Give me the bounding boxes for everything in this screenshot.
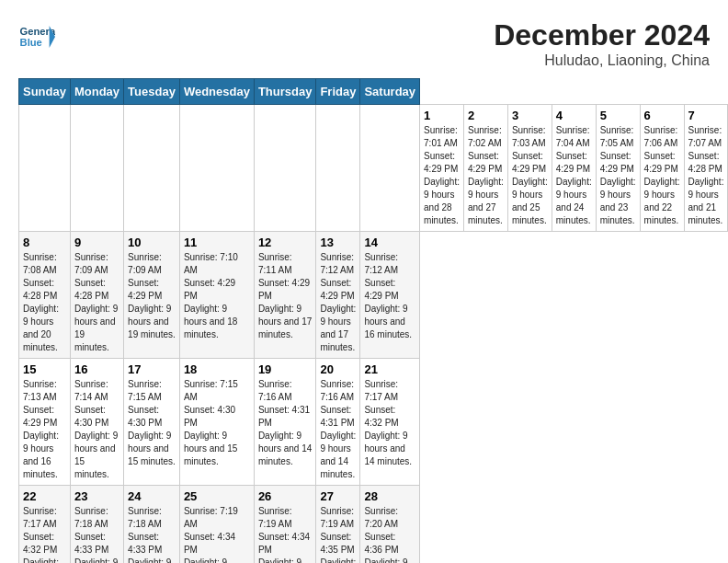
- day-info: Sunrise: 7:02 AMSunset: 4:29 PMDaylight:…: [468, 124, 504, 227]
- calendar-week-row: 8Sunrise: 7:08 AMSunset: 4:28 PMDaylight…: [19, 232, 728, 359]
- day-info: Sunrise: 7:07 AMSunset: 4:28 PMDaylight:…: [688, 124, 724, 227]
- day-info: Sunrise: 7:01 AMSunset: 4:29 PMDaylight:…: [424, 124, 460, 227]
- column-header-monday: Monday: [70, 79, 123, 105]
- day-info: Sunrise: 7:12 AMSunset: 4:29 PMDaylight:…: [320, 251, 356, 354]
- calendar-cell: 20Sunrise: 7:16 AMSunset: 4:31 PMDayligh…: [316, 359, 360, 486]
- calendar-cell: 7Sunrise: 7:07 AMSunset: 4:28 PMDaylight…: [684, 105, 728, 232]
- calendar-cell: 8Sunrise: 7:08 AMSunset: 4:28 PMDaylight…: [19, 232, 71, 359]
- calendar-cell: [19, 105, 71, 232]
- day-info: Sunrise: 7:15 AMSunset: 4:30 PMDaylight:…: [184, 378, 250, 468]
- calendar-cell: 10Sunrise: 7:09 AMSunset: 4:29 PMDayligh…: [124, 232, 180, 359]
- calendar-cell: 11Sunrise: 7:10 AMSunset: 4:29 PMDayligh…: [179, 232, 254, 359]
- day-number: 1: [424, 109, 460, 122]
- day-number: 5: [600, 109, 636, 122]
- day-number: 28: [364, 489, 415, 503]
- day-number: 2: [468, 109, 504, 122]
- page-header: General Blue December 2024 Huludao, Liao…: [18, 18, 710, 69]
- calendar-cell: 15Sunrise: 7:13 AMSunset: 4:29 PMDayligh…: [19, 359, 71, 486]
- calendar-week-row: 15Sunrise: 7:13 AMSunset: 4:29 PMDayligh…: [19, 359, 728, 486]
- day-number: 4: [556, 109, 592, 122]
- logo: General Blue: [18, 18, 59, 55]
- calendar-cell: 26Sunrise: 7:19 AMSunset: 4:34 PMDayligh…: [254, 486, 316, 564]
- calendar-cell: 4Sunrise: 7:04 AMSunset: 4:29 PMDaylight…: [552, 105, 596, 232]
- day-number: 22: [23, 489, 66, 503]
- calendar-cell: 16Sunrise: 7:14 AMSunset: 4:30 PMDayligh…: [70, 359, 123, 486]
- calendar-cell: 18Sunrise: 7:15 AMSunset: 4:30 PMDayligh…: [179, 359, 254, 486]
- calendar-cell: 22Sunrise: 7:17 AMSunset: 4:32 PMDayligh…: [19, 486, 71, 564]
- calendar-cell: [124, 105, 180, 232]
- calendar-cell: 21Sunrise: 7:17 AMSunset: 4:32 PMDayligh…: [360, 359, 420, 486]
- calendar-cell: 5Sunrise: 7:05 AMSunset: 4:29 PMDaylight…: [596, 105, 640, 232]
- calendar-cell: 17Sunrise: 7:15 AMSunset: 4:30 PMDayligh…: [124, 359, 180, 486]
- column-header-friday: Friday: [316, 79, 360, 105]
- calendar-table: SundayMondayTuesdayWednesdayThursdayFrid…: [18, 78, 728, 563]
- calendar-cell: 24Sunrise: 7:18 AMSunset: 4:33 PMDayligh…: [124, 486, 180, 564]
- calendar-header-row: SundayMondayTuesdayWednesdayThursdayFrid…: [19, 79, 728, 105]
- column-header-sunday: Sunday: [19, 79, 71, 105]
- day-info: Sunrise: 7:19 AMSunset: 4:35 PMDaylight:…: [320, 505, 356, 563]
- calendar-cell: 19Sunrise: 7:16 AMSunset: 4:31 PMDayligh…: [254, 359, 316, 486]
- calendar-cell: 25Sunrise: 7:19 AMSunset: 4:34 PMDayligh…: [179, 486, 254, 564]
- day-number: 13: [320, 236, 356, 249]
- day-info: Sunrise: 7:05 AMSunset: 4:29 PMDaylight:…: [600, 124, 636, 227]
- day-info: Sunrise: 7:12 AMSunset: 4:29 PMDaylight:…: [364, 251, 415, 341]
- day-number: 9: [74, 236, 119, 249]
- day-number: 21: [364, 362, 415, 376]
- day-number: 6: [644, 109, 680, 122]
- day-number: 16: [74, 362, 119, 376]
- calendar-cell: [254, 105, 316, 232]
- day-number: 26: [258, 489, 313, 503]
- location-title: Huludao, Liaoning, China: [494, 52, 710, 69]
- calendar-cell: 27Sunrise: 7:19 AMSunset: 4:35 PMDayligh…: [316, 486, 360, 564]
- title-block: December 2024 Huludao, Liaoning, China: [494, 18, 710, 69]
- column-header-saturday: Saturday: [360, 79, 420, 105]
- day-info: Sunrise: 7:10 AMSunset: 4:29 PMDaylight:…: [184, 251, 250, 341]
- day-number: 24: [128, 489, 176, 503]
- day-number: 7: [688, 109, 724, 122]
- calendar-week-row: 1Sunrise: 7:01 AMSunset: 4:29 PMDaylight…: [19, 105, 728, 232]
- column-header-tuesday: Tuesday: [124, 79, 180, 105]
- day-info: Sunrise: 7:19 AMSunset: 4:34 PMDaylight:…: [184, 505, 250, 563]
- day-info: Sunrise: 7:19 AMSunset: 4:34 PMDaylight:…: [258, 505, 313, 563]
- calendar-cell: 12Sunrise: 7:11 AMSunset: 4:29 PMDayligh…: [254, 232, 316, 359]
- svg-text:Blue: Blue: [20, 37, 42, 48]
- calendar-cell: 2Sunrise: 7:02 AMSunset: 4:29 PMDaylight…: [463, 105, 507, 232]
- day-number: 10: [128, 236, 176, 249]
- day-number: 25: [184, 489, 250, 503]
- day-info: Sunrise: 7:11 AMSunset: 4:29 PMDaylight:…: [258, 251, 313, 341]
- day-info: Sunrise: 7:03 AMSunset: 4:29 PMDaylight:…: [512, 124, 548, 227]
- day-number: 23: [74, 489, 119, 503]
- day-number: 3: [512, 109, 548, 122]
- day-info: Sunrise: 7:20 AMSunset: 4:36 PMDaylight:…: [364, 505, 415, 563]
- day-info: Sunrise: 7:16 AMSunset: 4:31 PMDaylight:…: [258, 378, 313, 468]
- day-info: Sunrise: 7:16 AMSunset: 4:31 PMDaylight:…: [320, 378, 356, 481]
- day-info: Sunrise: 7:08 AMSunset: 4:28 PMDaylight:…: [23, 251, 66, 354]
- calendar-cell: 14Sunrise: 7:12 AMSunset: 4:29 PMDayligh…: [360, 232, 420, 359]
- day-info: Sunrise: 7:04 AMSunset: 4:29 PMDaylight:…: [556, 124, 592, 227]
- column-header-thursday: Thursday: [254, 79, 316, 105]
- calendar-cell: 13Sunrise: 7:12 AMSunset: 4:29 PMDayligh…: [316, 232, 360, 359]
- day-number: 14: [364, 236, 415, 249]
- calendar-cell: 1Sunrise: 7:01 AMSunset: 4:29 PMDaylight…: [420, 105, 464, 232]
- month-title: December 2024: [494, 18, 710, 52]
- day-info: Sunrise: 7:06 AMSunset: 4:29 PMDaylight:…: [644, 124, 680, 227]
- calendar-week-row: 22Sunrise: 7:17 AMSunset: 4:32 PMDayligh…: [19, 486, 728, 564]
- calendar-cell: [179, 105, 254, 232]
- day-info: Sunrise: 7:13 AMSunset: 4:29 PMDaylight:…: [23, 378, 66, 481]
- calendar-cell: 3Sunrise: 7:03 AMSunset: 4:29 PMDaylight…: [507, 105, 552, 232]
- day-number: 11: [184, 236, 250, 249]
- day-info: Sunrise: 7:15 AMSunset: 4:30 PMDaylight:…: [128, 378, 176, 468]
- day-info: Sunrise: 7:09 AMSunset: 4:29 PMDaylight:…: [128, 251, 176, 341]
- day-info: Sunrise: 7:18 AMSunset: 4:33 PMDaylight:…: [128, 505, 176, 563]
- calendar-cell: 6Sunrise: 7:06 AMSunset: 4:29 PMDaylight…: [640, 105, 684, 232]
- column-header-wednesday: Wednesday: [179, 79, 254, 105]
- calendar-cell: 23Sunrise: 7:18 AMSunset: 4:33 PMDayligh…: [70, 486, 123, 564]
- day-number: 17: [128, 362, 176, 376]
- day-info: Sunrise: 7:09 AMSunset: 4:28 PMDaylight:…: [74, 251, 119, 354]
- day-number: 18: [184, 362, 250, 376]
- day-number: 20: [320, 362, 356, 376]
- calendar-cell: [70, 105, 123, 232]
- calendar-cell: 9Sunrise: 7:09 AMSunset: 4:28 PMDaylight…: [70, 232, 123, 359]
- day-number: 8: [23, 236, 66, 249]
- day-info: Sunrise: 7:17 AMSunset: 4:32 PMDaylight:…: [23, 505, 66, 563]
